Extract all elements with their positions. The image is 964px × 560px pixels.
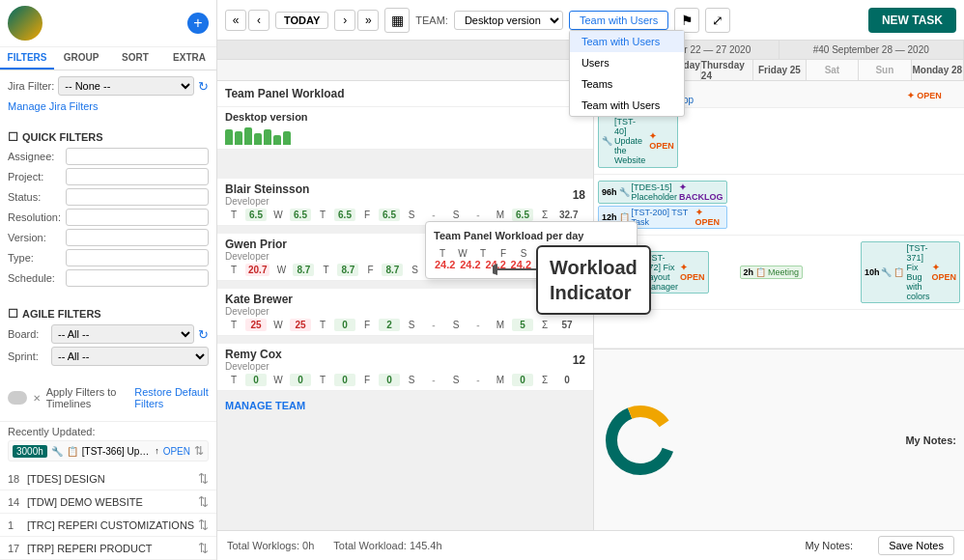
kate-task-2[interactable]: 10h 🔧 📋 [TST-371] Fix Bug with colors ✦ …	[861, 241, 960, 303]
checkbox-icon[interactable]: ☐	[8, 130, 18, 144]
tab-sort[interactable]: SORT	[108, 47, 162, 70]
recently-updated-section: Recently Updated: 3000h 🔧 📋 [TST-366] Up…	[0, 421, 216, 467]
workload-bars	[225, 126, 585, 145]
flag-btn[interactable]: ⚑	[674, 8, 699, 33]
nav-left[interactable]: ‹	[248, 10, 269, 31]
toggle-x-icon[interactable]: ✕	[33, 393, 41, 404]
version-input[interactable]	[66, 229, 209, 246]
type-input[interactable]	[66, 249, 209, 266]
wl-bar-1	[225, 129, 233, 145]
manage-jira-filters-link[interactable]: Manage Jira Filters	[8, 100, 99, 112]
team-dropdown-menu: Team with Users Users Teams Team with Us…	[569, 30, 685, 117]
schedule-input[interactable]	[66, 269, 209, 287]
jira-refresh-icon[interactable]: ↻	[198, 79, 209, 94]
gwen-tasks-row: 96h 🔧 [TDES-15] Placeholder ✦ BACKLOG 12…	[594, 175, 964, 236]
dropdown-item-teams[interactable]: Teams	[570, 73, 684, 95]
project-item-4[interactable]: 17 [TRP] REPERI PRODUCT ⇅	[0, 537, 216, 560]
remy-tasks-row	[594, 310, 964, 349]
manage-team-section: MANAGE TEAM	[217, 391, 593, 420]
new-task-button[interactable]: NEW TASK	[868, 8, 956, 33]
calendar-view-btn[interactable]: ▦	[384, 8, 410, 33]
blair-task-chip[interactable]: 🔧 [TST-40] Update the Website ✦ OPEN	[598, 114, 678, 168]
sprint-select[interactable]: -- All --	[51, 347, 209, 366]
jira-filter-section: Jira Filter: -- None -- ↻ Manage Jira Fi…	[0, 70, 216, 119]
tab-extra[interactable]: EXTRA	[162, 47, 216, 70]
nav-double-left[interactable]: «	[225, 10, 246, 31]
apply-filters-label: Apply Filters to Timelines	[46, 386, 129, 409]
tab-filters[interactable]: FILTERS	[0, 47, 54, 70]
project-item-3[interactable]: 1 [TRC] REPERI CUSTOMIZATIONS ⇅	[0, 514, 216, 537]
tooltip-day-t2: T	[474, 248, 492, 259]
today-button[interactable]: TODAY	[275, 12, 328, 29]
team-with-users-btn[interactable]: Team with Users	[569, 11, 668, 30]
sidebar-tabs: FILTERS GROUP SORT EXTRA	[0, 47, 216, 70]
tooltip-day-w: W	[454, 248, 471, 259]
nav-double-right[interactable]: »	[357, 10, 379, 31]
version-row: Version:	[8, 229, 209, 246]
restore-defaults-link[interactable]: Restore Default Filters	[134, 386, 209, 409]
team-select[interactable]: Desktop version	[454, 11, 563, 30]
team-panel-title: Team Panel Workload	[225, 87, 345, 100]
apply-filters-toggle[interactable]	[8, 391, 27, 405]
week2-label: #40 September 28 — 2020	[780, 41, 965, 59]
nav-arrows-right: › »	[334, 10, 379, 31]
dropdown-item-users[interactable]: Users	[570, 52, 684, 73]
project-input[interactable]	[66, 168, 209, 185]
recent-item[interactable]: 3000h 🔧 📋 [TST-366] Updates for IOS ↑ OP…	[8, 440, 209, 462]
save-notes-button[interactable]: Save Notes	[878, 536, 954, 555]
status-input[interactable]	[66, 188, 209, 206]
project-arrow-icon[interactable]: ⇅	[198, 541, 209, 555]
date-mon28: Monday 28	[912, 60, 964, 80]
dropdown-item-team-users-2[interactable]: Team with Users	[570, 95, 684, 116]
jira-filter-select[interactable]: -- None --	[58, 76, 194, 96]
manage-team-link[interactable]: MANAGE TEAM	[225, 400, 305, 411]
resolution-label: Resolution:	[8, 211, 66, 223]
member-gwen-role: Developer	[225, 251, 287, 262]
kate-task2-open: ✦ OPEN	[932, 263, 957, 282]
week-header-spacer	[217, 41, 594, 59]
top-bar: « ‹ TODAY › » ▦ TEAM: Desktop version Te…	[217, 0, 964, 41]
body-area: Team Panel Workload ⚙ Desktop version	[217, 81, 964, 530]
type-row: Type:	[8, 249, 209, 266]
board-refresh-icon[interactable]: ↻	[198, 327, 209, 342]
project-list: 18 [TDES] DESIGN ⇅ 14 [TDW] DEMO WEBSITE…	[0, 467, 216, 560]
sprint-row: Sprint: -- All --	[8, 347, 209, 366]
checkbox-icon2[interactable]: ☐	[8, 307, 18, 321]
board-select[interactable]: -- All --	[51, 324, 194, 344]
resolution-input[interactable]	[66, 209, 209, 226]
member-remy-name: Remy Cox	[225, 348, 282, 361]
kate-meeting-icon: 📋	[755, 267, 766, 277]
member-remy: Remy Cox Developer 12 T0 W0 T0 F0 S- S- …	[217, 344, 593, 391]
project-arrow-icon[interactable]: ⇅	[198, 471, 209, 486]
board-row: Board: -- All -- ↻	[8, 324, 209, 344]
project-arrow-icon[interactable]: ⇅	[198, 518, 209, 532]
assignee-label: Assignee:	[8, 151, 66, 162]
member-remy-header: Remy Cox Developer 12	[225, 348, 585, 372]
tab-group[interactable]: GROUP	[54, 47, 108, 70]
kate-task1-open: ✦ OPEN	[680, 263, 705, 282]
gwen-task2-label: [TST-200] TST Task	[632, 208, 694, 227]
project-item-2[interactable]: 14 [TDW] DEMO WEBSITE ⇅	[0, 490, 216, 514]
add-button[interactable]: +	[187, 13, 209, 34]
nav-right[interactable]: ›	[334, 10, 355, 31]
dropdown-item-team-users-1[interactable]: Team with Users	[570, 31, 684, 52]
member-remy-count: 12	[573, 353, 585, 367]
expand-btn[interactable]: ⤢	[705, 8, 730, 33]
gwen-task1-backlog: ✦ BACKLOG	[679, 182, 723, 202]
wi-left-arrow	[493, 255, 541, 284]
kate-meeting[interactable]: 2h 📋 Meeting	[740, 266, 804, 279]
schedule-row: Schedule:	[8, 269, 209, 287]
agile-filters-header: ☐ AGILE FILTERS	[8, 307, 209, 321]
project-item-1[interactable]: 18 [TDES] DESIGN ⇅	[0, 467, 216, 490]
gwen-task1-hours: 96h	[602, 187, 617, 197]
svg-point-2	[621, 421, 660, 460]
project-name: [TDES] DESIGN	[27, 473, 198, 485]
assignee-input[interactable]	[66, 148, 209, 165]
member-blair-header: Blair Steinsson Developer 18	[225, 182, 585, 207]
blair-task-open: ✦ OPEN	[649, 131, 674, 151]
recent-arrow-icon[interactable]: ⇅	[194, 444, 204, 458]
recent-badge: 3000h	[13, 445, 47, 458]
project-arrow-icon[interactable]: ⇅	[198, 494, 209, 509]
gwen-task-1[interactable]: 96h 🔧 [TDES-15] Placeholder ✦ BACKLOG	[598, 181, 727, 204]
total-workload: Total Workload: 145.4h	[333, 540, 441, 551]
